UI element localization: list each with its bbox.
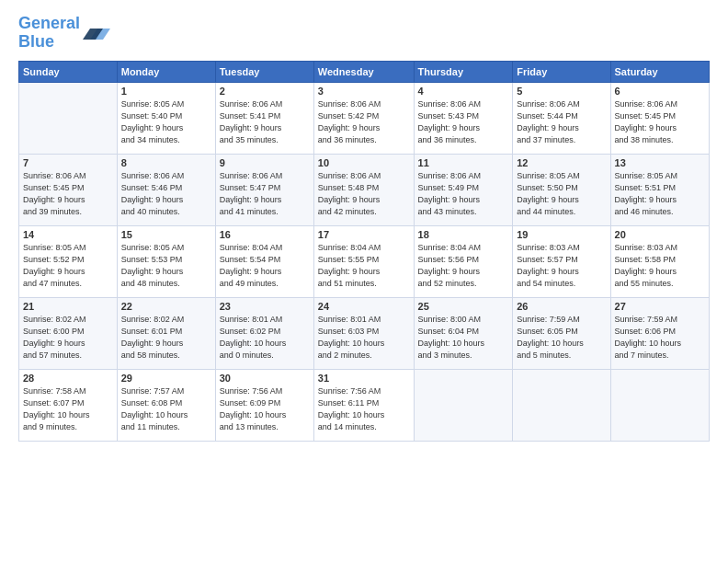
day-number: 16 <box>220 229 310 240</box>
day-info: Sunrise: 7:57 AMSunset: 6:08 PMDaylight:… <box>121 385 211 433</box>
day-number: 26 <box>517 301 606 312</box>
day-number: 3 <box>318 86 410 97</box>
day-number: 6 <box>615 86 705 97</box>
day-info: Sunrise: 7:56 AMSunset: 6:09 PMDaylight:… <box>220 385 310 433</box>
day-info: Sunrise: 8:05 AMSunset: 5:52 PMDaylight:… <box>23 242 113 290</box>
calendar-cell: 6Sunrise: 8:06 AMSunset: 5:45 PMDaylight… <box>610 82 709 154</box>
calendar-cell: 14Sunrise: 8:05 AMSunset: 5:52 PMDayligh… <box>19 225 118 297</box>
day-info: Sunrise: 8:06 AMSunset: 5:45 PMDaylight:… <box>615 98 705 146</box>
weekday-header-friday: Friday <box>513 61 610 82</box>
calendar-cell: 29Sunrise: 7:57 AMSunset: 6:08 PMDayligh… <box>117 369 215 441</box>
day-info: Sunrise: 8:06 AMSunset: 5:41 PMDaylight:… <box>220 98 310 146</box>
day-info: Sunrise: 8:02 AMSunset: 6:01 PMDaylight:… <box>121 314 211 362</box>
day-number: 5 <box>517 86 606 97</box>
calendar-cell: 23Sunrise: 8:01 AMSunset: 6:02 PMDayligh… <box>215 297 313 369</box>
day-number: 17 <box>318 229 410 240</box>
weekday-header-saturday: Saturday <box>610 61 709 82</box>
day-number: 28 <box>23 373 113 384</box>
day-number: 8 <box>121 157 211 168</box>
calendar-cell <box>414 369 513 441</box>
day-info: Sunrise: 7:59 AMSunset: 6:06 PMDaylight:… <box>615 314 705 362</box>
day-info: Sunrise: 8:01 AMSunset: 6:03 PMDaylight:… <box>318 314 410 362</box>
calendar-week-row: 7Sunrise: 8:06 AMSunset: 5:45 PMDaylight… <box>19 154 710 225</box>
day-number: 23 <box>220 301 310 312</box>
logo-text: General Blue <box>18 15 80 52</box>
day-info: Sunrise: 8:04 AMSunset: 5:54 PMDaylight:… <box>220 242 310 290</box>
calendar-cell: 15Sunrise: 8:05 AMSunset: 5:53 PMDayligh… <box>117 225 215 297</box>
calendar-cell: 21Sunrise: 8:02 AMSunset: 6:00 PMDayligh… <box>19 297 118 369</box>
calendar-cell: 16Sunrise: 8:04 AMSunset: 5:54 PMDayligh… <box>215 225 313 297</box>
calendar-cell: 17Sunrise: 8:04 AMSunset: 5:55 PMDayligh… <box>313 225 414 297</box>
day-number: 13 <box>615 157 705 168</box>
day-info: Sunrise: 8:05 AMSunset: 5:50 PMDaylight:… <box>517 170 606 218</box>
day-number: 11 <box>418 157 509 168</box>
calendar-container: General Blue SundayMondayTuesdayWednesda… <box>0 0 728 451</box>
header: General Blue <box>18 15 710 52</box>
day-number: 30 <box>220 373 310 384</box>
calendar-cell: 19Sunrise: 8:03 AMSunset: 5:57 PMDayligh… <box>513 225 610 297</box>
day-info: Sunrise: 8:06 AMSunset: 5:43 PMDaylight:… <box>418 98 509 146</box>
logo-general: General <box>18 14 80 32</box>
calendar-cell: 30Sunrise: 7:56 AMSunset: 6:09 PMDayligh… <box>215 369 313 441</box>
calendar-cell: 1Sunrise: 8:05 AMSunset: 5:40 PMDaylight… <box>117 82 215 154</box>
calendar-cell: 8Sunrise: 8:06 AMSunset: 5:46 PMDaylight… <box>117 154 215 225</box>
day-info: Sunrise: 8:04 AMSunset: 5:55 PMDaylight:… <box>318 242 410 290</box>
calendar-cell: 27Sunrise: 7:59 AMSunset: 6:06 PMDayligh… <box>610 297 709 369</box>
calendar-cell: 5Sunrise: 8:06 AMSunset: 5:44 PMDaylight… <box>513 82 610 154</box>
calendar-cell: 4Sunrise: 8:06 AMSunset: 5:43 PMDaylight… <box>414 82 513 154</box>
day-number: 22 <box>121 301 211 312</box>
calendar-cell: 25Sunrise: 8:00 AMSunset: 6:04 PMDayligh… <box>414 297 513 369</box>
day-info: Sunrise: 8:06 AMSunset: 5:44 PMDaylight:… <box>517 98 606 146</box>
day-info: Sunrise: 7:56 AMSunset: 6:11 PMDaylight:… <box>318 385 410 433</box>
weekday-header-tuesday: Tuesday <box>215 61 313 82</box>
weekday-header-monday: Monday <box>117 61 215 82</box>
calendar-cell: 22Sunrise: 8:02 AMSunset: 6:01 PMDayligh… <box>117 297 215 369</box>
calendar-cell: 13Sunrise: 8:05 AMSunset: 5:51 PMDayligh… <box>610 154 709 225</box>
day-number: 9 <box>220 157 310 168</box>
day-number: 29 <box>121 373 211 384</box>
calendar-cell: 28Sunrise: 7:58 AMSunset: 6:07 PMDayligh… <box>19 369 118 441</box>
day-info: Sunrise: 8:06 AMSunset: 5:47 PMDaylight:… <box>220 170 310 218</box>
day-info: Sunrise: 8:04 AMSunset: 5:56 PMDaylight:… <box>418 242 509 290</box>
calendar-table: SundayMondayTuesdayWednesdayThursdayFrid… <box>18 61 710 442</box>
day-number: 21 <box>23 301 113 312</box>
day-number: 12 <box>517 157 606 168</box>
calendar-header: SundayMondayTuesdayWednesdayThursdayFrid… <box>19 61 710 82</box>
logo-blue: Blue <box>18 32 54 51</box>
day-number: 18 <box>418 229 509 240</box>
day-number: 15 <box>121 229 211 240</box>
calendar-cell: 18Sunrise: 8:04 AMSunset: 5:56 PMDayligh… <box>414 225 513 297</box>
weekday-header-row: SundayMondayTuesdayWednesdayThursdayFrid… <box>19 61 710 82</box>
calendar-cell: 2Sunrise: 8:06 AMSunset: 5:41 PMDaylight… <box>215 82 313 154</box>
day-info: Sunrise: 8:06 AMSunset: 5:45 PMDaylight:… <box>23 170 113 218</box>
day-info: Sunrise: 8:05 AMSunset: 5:53 PMDaylight:… <box>121 242 211 290</box>
calendar-cell: 31Sunrise: 7:56 AMSunset: 6:11 PMDayligh… <box>313 369 414 441</box>
calendar-body: 1Sunrise: 8:05 AMSunset: 5:40 PMDaylight… <box>19 82 710 441</box>
calendar-cell: 11Sunrise: 8:06 AMSunset: 5:49 PMDayligh… <box>414 154 513 225</box>
calendar-cell: 7Sunrise: 8:06 AMSunset: 5:45 PMDaylight… <box>19 154 118 225</box>
logo: General Blue <box>18 15 110 52</box>
calendar-week-row: 1Sunrise: 8:05 AMSunset: 5:40 PMDaylight… <box>19 82 710 154</box>
day-number: 14 <box>23 229 113 240</box>
day-info: Sunrise: 7:58 AMSunset: 6:07 PMDaylight:… <box>23 385 113 433</box>
day-info: Sunrise: 8:01 AMSunset: 6:02 PMDaylight:… <box>220 314 310 362</box>
logo-icon <box>83 23 110 43</box>
day-number: 19 <box>517 229 606 240</box>
calendar-cell <box>19 82 118 154</box>
calendar-cell: 9Sunrise: 8:06 AMSunset: 5:47 PMDaylight… <box>215 154 313 225</box>
calendar-cell: 10Sunrise: 8:06 AMSunset: 5:48 PMDayligh… <box>313 154 414 225</box>
weekday-header-wednesday: Wednesday <box>313 61 414 82</box>
day-info: Sunrise: 8:06 AMSunset: 5:42 PMDaylight:… <box>318 98 410 146</box>
day-info: Sunrise: 8:00 AMSunset: 6:04 PMDaylight:… <box>418 314 509 362</box>
day-info: Sunrise: 7:59 AMSunset: 6:05 PMDaylight:… <box>517 314 606 362</box>
calendar-cell: 24Sunrise: 8:01 AMSunset: 6:03 PMDayligh… <box>313 297 414 369</box>
day-info: Sunrise: 8:06 AMSunset: 5:46 PMDaylight:… <box>121 170 211 218</box>
day-info: Sunrise: 8:05 AMSunset: 5:51 PMDaylight:… <box>615 170 705 218</box>
calendar-cell: 3Sunrise: 8:06 AMSunset: 5:42 PMDaylight… <box>313 82 414 154</box>
calendar-week-row: 28Sunrise: 7:58 AMSunset: 6:07 PMDayligh… <box>19 369 710 441</box>
day-number: 2 <box>220 86 310 97</box>
day-number: 10 <box>318 157 410 168</box>
day-info: Sunrise: 8:06 AMSunset: 5:48 PMDaylight:… <box>318 170 410 218</box>
day-number: 27 <box>615 301 705 312</box>
day-number: 7 <box>23 157 113 168</box>
